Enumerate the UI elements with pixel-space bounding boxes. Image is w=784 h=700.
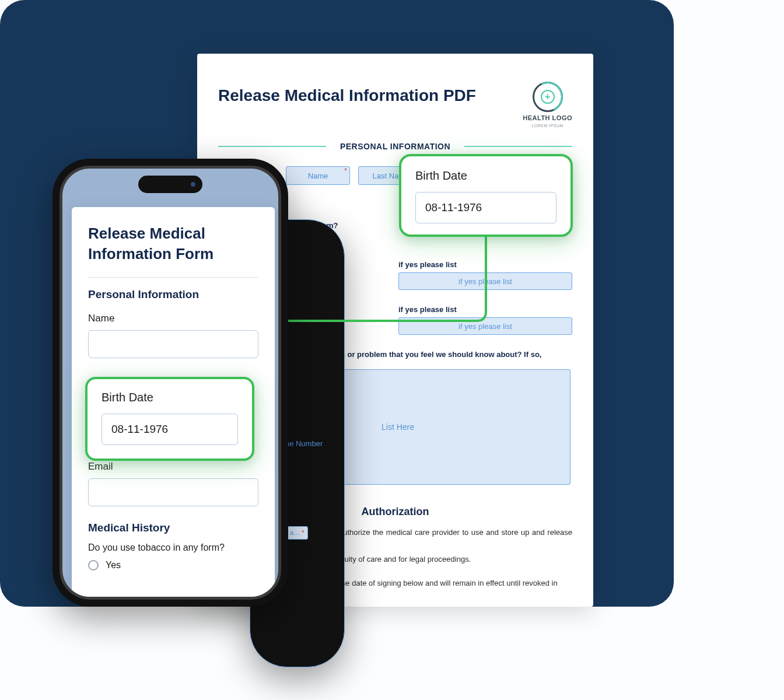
name-label: Name <box>88 313 258 324</box>
first-name-placeholder: Name <box>308 172 328 180</box>
camera-icon <box>191 182 195 187</box>
medication-listlabel: if yes please list <box>398 260 572 269</box>
email-label: Email <box>88 461 258 473</box>
radio-icon <box>88 560 99 570</box>
plus-icon: + <box>541 90 555 104</box>
radio-yes-row[interactable]: Yes <box>88 560 258 570</box>
personal-info-heading: PERSONAL INFORMATION <box>340 142 450 151</box>
email-input[interactable] <box>88 478 258 506</box>
callout-pdf-title: Birth Date <box>415 169 556 183</box>
callout-phone-title: Birth Date <box>102 391 238 404</box>
phone-form-title: Release Medical Information Form <box>88 223 258 264</box>
logo-text-primary: HEALTH LOGO <box>523 114 572 121</box>
health-logo: + HEALTH LOGO LOREM IPSUM <box>523 82 572 128</box>
radio-yes-label: Yes <box>106 560 121 570</box>
first-name-field[interactable]: Name * <box>286 166 350 185</box>
callout-pdf-value[interactable]: 08-11-1976 <box>415 192 556 223</box>
name-input[interactable] <box>88 330 258 358</box>
birth-date-callout-pdf: Birth Date 08-11-1976 <box>399 154 573 237</box>
inline-name-chip[interactable]: a… * <box>286 526 308 540</box>
callout-phone-value[interactable]: 08-11-1976 <box>102 414 238 445</box>
required-asterisk: * <box>344 167 347 175</box>
divider-line <box>218 146 326 147</box>
phone-medical-heading: Medical History <box>88 522 258 534</box>
personal-info-divider: PERSONAL INFORMATION <box>218 142 572 151</box>
birth-date-callout-phone: Birth Date 08-11-1976 <box>85 377 254 461</box>
logo-text-secondary: LOREM IPSUM <box>531 124 564 128</box>
divider-line <box>464 146 572 147</box>
phone-tobacco-question: Do you use tobacco in any form? <box>88 542 258 553</box>
canvas-background: Release Medical Information PDF + HEALTH… <box>0 0 674 607</box>
pdf-header: Release Medical Information PDF + HEALTH… <box>218 82 572 128</box>
health-logo-icon: + <box>533 82 563 112</box>
phone-notch <box>138 176 202 193</box>
allergies-listlabel: if yes please list <box>398 305 572 314</box>
phone-divider <box>88 277 258 278</box>
medication-list-field[interactable]: if yes please list <box>398 272 572 290</box>
pdf-title: Release Medical Information PDF <box>218 86 476 105</box>
phone-personal-heading: Personal Information <box>88 288 258 301</box>
allergies-list-field[interactable]: if yes please list <box>398 317 572 335</box>
